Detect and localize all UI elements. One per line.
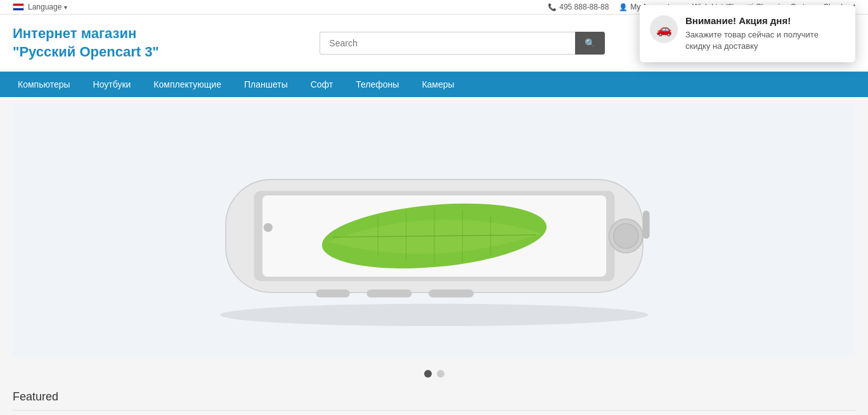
- slider-dots: [13, 364, 855, 384]
- nav-item-phones[interactable]: Телефоны: [344, 72, 410, 97]
- phone-svg: [181, 122, 688, 338]
- flag-icon: [13, 3, 24, 11]
- nav-label-computers: Компьютеры: [18, 79, 70, 89]
- featured-label: Featured: [13, 390, 58, 403]
- svg-point-17: [220, 304, 649, 327]
- nav-item-components[interactable]: Комплектующие: [142, 72, 233, 97]
- language-section[interactable]: Language: [13, 3, 67, 11]
- search-button[interactable]: 🔍: [575, 32, 605, 55]
- nav-label-tablets: Планшеты: [244, 79, 288, 89]
- notification-icon: 🚗: [650, 15, 678, 43]
- nav-link-laptops[interactable]: Ноутбуки: [82, 72, 143, 97]
- svg-point-11: [613, 224, 638, 249]
- nav-item-cameras[interactable]: Камеры: [410, 72, 465, 97]
- notification-title: Внимание! Акция дня!: [685, 15, 845, 26]
- svg-point-12: [263, 223, 272, 232]
- featured-section-title: Featured: [13, 384, 855, 411]
- user-icon: [619, 3, 628, 11]
- dropdown-arrow-icon: [64, 3, 67, 11]
- language-label: Language: [28, 3, 62, 11]
- site-logo[interactable]: Интернет магазин "Русский Opencart 3": [13, 25, 159, 61]
- phone-link[interactable]: 495 888-88-88: [548, 3, 609, 11]
- nav-label-components: Комплектующие: [153, 79, 221, 89]
- phone-icon: [548, 3, 557, 11]
- nav-label-laptops: Ноутбуки: [93, 79, 131, 89]
- language-dropdown[interactable]: Language: [28, 3, 67, 11]
- nav-link-components[interactable]: Комплектующие: [142, 72, 233, 97]
- logo-line1: Интернет магазин: [13, 25, 136, 41]
- nav-link-cameras[interactable]: Камеры: [410, 72, 465, 97]
- nav-item-laptops[interactable]: Ноутбуки: [82, 72, 143, 97]
- svg-rect-16: [642, 211, 649, 239]
- nav-link-phones[interactable]: Телефоны: [344, 72, 410, 97]
- main-content: Featured: [0, 103, 868, 415]
- search-input[interactable]: [320, 32, 575, 55]
- svg-rect-15: [429, 290, 474, 298]
- notification-popup: 🚗 Внимание! Акция дня! Закажите товар се…: [640, 5, 855, 62]
- nav-item-tablets[interactable]: Планшеты: [233, 72, 299, 97]
- nav-label-cameras: Камеры: [422, 79, 454, 89]
- navbar: Компьютеры Ноутбуки Комплектующие Планше…: [0, 72, 868, 97]
- logo-line2: "Русский Opencart 3": [13, 44, 159, 60]
- notification-emoji-icon: 🚗: [656, 22, 672, 37]
- slider: [13, 103, 855, 357]
- nav-label-software: Софт: [311, 79, 334, 89]
- nav-label-phones: Телефоны: [356, 79, 399, 89]
- slider-dot-2[interactable]: [437, 370, 444, 378]
- svg-rect-14: [366, 290, 411, 298]
- navbar-list: Компьютеры Ноутбуки Комплектующие Планше…: [0, 72, 868, 97]
- notification-body: Внимание! Акция дня! Закажите товар сейч…: [685, 15, 845, 52]
- phone-number: 495 888-88-88: [559, 3, 609, 11]
- search-icon: 🔍: [585, 38, 595, 48]
- svg-rect-13: [316, 290, 349, 298]
- nav-link-tablets[interactable]: Планшеты: [233, 72, 299, 97]
- slider-image: [13, 103, 855, 357]
- slider-dot-1[interactable]: [424, 370, 432, 378]
- nav-item-computers[interactable]: Компьютеры: [6, 72, 82, 97]
- nav-item-software[interactable]: Софт: [299, 72, 345, 97]
- nav-link-software[interactable]: Софт: [299, 72, 345, 97]
- nav-link-computers[interactable]: Компьютеры: [6, 72, 82, 97]
- notification-text: Закажите товар сейчас и получите скидку …: [685, 29, 845, 52]
- search-form: 🔍: [320, 32, 605, 55]
